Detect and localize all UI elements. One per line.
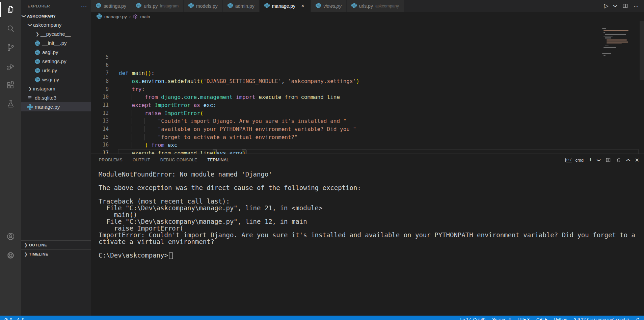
code-line-7[interactable]: 7def main():	[91, 69, 644, 77]
tree-item-asgi.py[interactable]: asgi.py	[21, 48, 91, 57]
panel-tab-output[interactable]: OUTPUT	[133, 154, 150, 166]
breadcrumb[interactable]: manage.py › main	[91, 12, 644, 21]
status-errors[interactable]: 0	[4, 317, 12, 320]
tree-item-settings.py[interactable]: settings.py	[21, 57, 91, 66]
line-content: os.environ.setdefault('DJANGO_SETTINGS_M…	[109, 77, 359, 85]
explorer-more-actions-icon[interactable]: ···	[81, 3, 87, 9]
code-editor[interactable]: 567def main():8 os.environ.setdefault('D…	[91, 21, 644, 154]
indent-guide	[132, 94, 145, 100]
indent	[119, 118, 132, 124]
timeline-section[interactable]: ❯ TIMELINE	[21, 249, 91, 259]
code-line-6[interactable]: 6	[91, 61, 644, 70]
tab-models.py[interactable]: models.py	[184, 0, 223, 12]
terminal-line: raise ImportError(	[99, 225, 644, 232]
code-line-5[interactable]: 5	[91, 53, 644, 61]
token	[190, 102, 194, 108]
terminal-line	[99, 245, 644, 252]
minimap-line	[603, 36, 613, 37]
token: .	[138, 78, 142, 84]
error-icon	[4, 318, 8, 320]
token	[151, 102, 155, 108]
status-item[interactable]: Python	[554, 317, 567, 320]
code-line-16[interactable]: 16 ) from exc	[91, 141, 644, 149]
close-panel-icon[interactable]: ✕	[635, 157, 639, 163]
tree-item-db.sqlite3[interactable]: db.sqlite3	[21, 93, 91, 102]
code-line-10[interactable]: 10 from django.core.management import ex…	[91, 93, 644, 101]
search-icon[interactable]	[0, 19, 21, 38]
tree-item-askcompany[interactable]: ❯askcompany	[21, 20, 91, 29]
activity-bar	[0, 0, 21, 316]
extensions-icon[interactable]	[0, 76, 21, 95]
minimap-line	[605, 46, 609, 47]
line-number: 9	[91, 85, 109, 94]
status-item[interactable]: Ln 17, Col 40	[460, 317, 485, 320]
settings-gear-icon[interactable]	[0, 246, 21, 265]
terminal[interactable]: ModuleNotFoundError: No module named 'Dj…	[91, 166, 644, 259]
panel-tab-problems[interactable]: PROBLEMS	[99, 154, 123, 166]
status-item[interactable]: 3.9.12 ('askcompany': conda)	[574, 317, 629, 320]
more-actions-icon[interactable]: ···	[634, 3, 639, 9]
accounts-icon[interactable]	[0, 227, 21, 246]
status-warnings[interactable]: 0	[16, 317, 24, 320]
code-line-9[interactable]: 9 try:	[91, 85, 644, 94]
maximize-panel-chevron-icon[interactable]: ❯	[626, 158, 630, 161]
token: )	[242, 150, 246, 154]
tree-item-label: urls.py	[42, 68, 57, 73]
status-item[interactable]: UTF-8	[518, 317, 530, 320]
tree-item-__pycache__[interactable]: ❯__pycache__	[21, 29, 91, 38]
panel-tab-debug-console[interactable]: DEBUG CONSOLE	[160, 154, 197, 166]
tree-item-__init__.py[interactable]: __init__.py	[21, 38, 91, 48]
run-python-file-icon[interactable]: ▷	[604, 2, 609, 9]
code-line-17[interactable]: 17 execute_from_command_line(sys.argv)	[91, 149, 644, 154]
status-item[interactable]: Spaces: 4	[492, 317, 511, 320]
code-line-15[interactable]: 15 "forget to activate a virtual environ…	[91, 133, 644, 141]
breadcrumb-symbol[interactable]: main	[140, 14, 150, 19]
minimap[interactable]	[602, 24, 639, 57]
tree-item-wsgi.py[interactable]: wsgi.py	[21, 75, 91, 84]
workspace-root[interactable]: ❯ ASKCOMPANY	[21, 12, 91, 20]
run-dropdown-chevron-icon[interactable]: ❯	[613, 4, 618, 7]
split-terminal-icon[interactable]	[606, 157, 611, 163]
tab-views.py[interactable]: views.py	[311, 0, 347, 12]
tree-item-manage.py[interactable]: manage.py	[21, 102, 91, 111]
minimap-line	[603, 30, 628, 31]
indent	[119, 94, 132, 100]
run-and-debug-icon[interactable]	[0, 57, 21, 76]
tree-item-instagram[interactable]: ❯instagram	[21, 84, 91, 93]
code-line-8[interactable]: 8 os.environ.setdefault('DJANGO_SETTINGS…	[91, 77, 644, 85]
status-count: 0	[10, 317, 12, 320]
terminal-dropdown-chevron-icon[interactable]: ❯	[597, 158, 601, 161]
close-icon[interactable]: ×	[300, 3, 306, 9]
status-item[interactable]: CRLF	[536, 317, 547, 320]
source-control-icon[interactable]	[0, 38, 21, 57]
tab-settings.py[interactable]: settings.py	[91, 0, 131, 12]
minimap-line	[603, 47, 616, 48]
tab-admin.py[interactable]: admin.py	[223, 0, 260, 12]
tab-manage.py[interactable]: manage.py×	[260, 0, 311, 12]
terminal-line: main()	[99, 211, 644, 218]
explorer-icon[interactable]	[0, 0, 21, 19]
outline-section[interactable]: ❯ OUTLINE	[21, 240, 91, 249]
code-line-13[interactable]: 13 "Couldn't import Django. Are you sure…	[91, 117, 644, 125]
breadcrumb-file[interactable]: manage.py	[104, 14, 127, 19]
code-line-12[interactable]: 12 raise ImportError(	[91, 109, 644, 117]
code-line-14[interactable]: 14 "available on your PYTHONPATH environ…	[91, 125, 644, 133]
shell-name[interactable]: cmd	[575, 158, 584, 163]
terminal-line: File "C:\Dev\askcompany\manage.py", line…	[99, 205, 644, 211]
tab-urls.py[interactable]: urls.pyaskcompany	[347, 0, 404, 12]
panel-tab-terminal[interactable]: TERMINAL	[208, 154, 229, 166]
token: .	[226, 150, 230, 154]
split-editor-icon[interactable]	[622, 3, 628, 9]
tab-urls.py[interactable]: urls.pyinstagram	[131, 0, 184, 12]
terminal-prompt[interactable]: C:\Dev\askcompany>	[99, 252, 644, 259]
indent	[119, 86, 132, 92]
line-number: 14	[91, 125, 109, 133]
tree-item-urls.py[interactable]: urls.py	[21, 66, 91, 75]
new-terminal-icon[interactable]: +	[589, 156, 592, 164]
code-line-11[interactable]: 11 except ImportError as exc:	[91, 101, 644, 109]
line-content: "forget to activate a virtual environmen…	[109, 133, 298, 141]
warning-icon	[16, 318, 21, 320]
notifications-bell-icon[interactable]	[636, 318, 640, 320]
testing-icon[interactable]	[0, 95, 21, 113]
kill-terminal-trash-icon[interactable]	[616, 157, 621, 163]
